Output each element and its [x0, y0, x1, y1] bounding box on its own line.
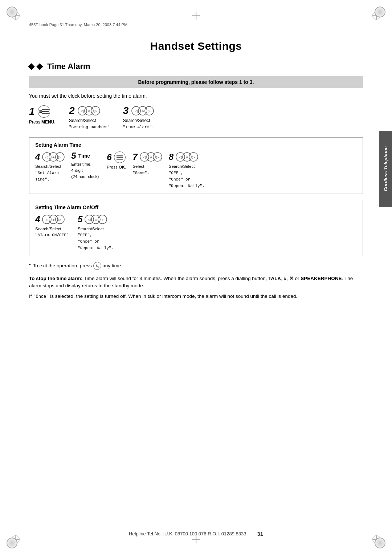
- svg-text:◁: ◁: [81, 109, 84, 113]
- footer-page-num: 31: [257, 531, 263, 537]
- alarm-step-8-icon: ◁ ⊕ ▷: [176, 151, 198, 162]
- side-tab: Cordless Telephone: [379, 131, 392, 207]
- menu-lines-icon: [42, 109, 49, 114]
- svg-rect-23: [117, 159, 123, 160]
- alarm-step-5-time-label: Time: [78, 153, 90, 159]
- alarm-step-6-num: 6: [107, 153, 111, 162]
- svg-text:◁: ◁: [135, 109, 138, 113]
- step-1-num: 1: [29, 106, 35, 117]
- alarm-step-6-desc: Press OK.: [107, 164, 126, 170]
- notice-box: Before programming, please follow steps …: [29, 76, 363, 88]
- onoff-step-5-num: 5: [78, 215, 82, 224]
- alarm-step-5-num: 5: [71, 151, 76, 160]
- nav-cluster-2-icon: ◁ ⊕ ▷: [78, 105, 100, 116]
- top-steps-row: 1 Press MENU. 2 ◁ ⊕: [29, 105, 363, 130]
- svg-rect-1: [42, 111, 49, 112]
- svg-text:⊕: ⊕: [150, 156, 152, 159]
- step-2: 2 ◁ ⊕ ▷ Search/Select "Setting Handset".: [69, 105, 112, 130]
- section-heading: Time Alarm: [47, 62, 90, 71]
- svg-text:⊕: ⊕: [95, 218, 97, 222]
- svg-text:⊕: ⊕: [87, 110, 90, 113]
- svg-rect-22: [117, 157, 123, 158]
- nav-cluster-3-icon: ◁ ⊕ ▷: [131, 105, 154, 116]
- alarm-step-8-desc: Search/Select "OFF", "Once" or "Repeat D…: [169, 163, 205, 189]
- alarm-step-7-num: 7: [132, 153, 137, 161]
- corner-deco-tr: [375, 7, 385, 17]
- corner-deco-br: [375, 538, 385, 548]
- step-1: 1 Press MENU.: [29, 105, 58, 125]
- step-3-label: Search/Select "Time Alarm".: [123, 118, 154, 130]
- svg-text:▷: ▷: [156, 155, 159, 159]
- intro-text: You must set the clock before setting th…: [29, 93, 363, 99]
- bold-paragraph: To stop the time alarm: Time alarm will …: [29, 275, 363, 290]
- menu-button-icon: [38, 105, 50, 118]
- onoff-step-4-desc: Search/Select "Alarm ON/OFF".: [35, 226, 71, 239]
- svg-text:▷: ▷: [192, 155, 195, 159]
- svg-text:◁: ◁: [88, 218, 91, 222]
- svg-text:▷: ▷: [101, 218, 104, 222]
- onoff-step-5-icon: ◁ ⊕ ▷: [85, 214, 107, 225]
- alarm-step-8: 8 ◁ ⊕ ▷ Search/Select "OFF", "Once" or "…: [169, 151, 205, 189]
- alarm-step-5: 5 Time Enter time. 4-digit (24 hour cloc…: [71, 151, 100, 179]
- onoff-step-5-desc: Search/Select "OFF", "Once" or "Repeat D…: [78, 226, 114, 251]
- footer: Helpline Tel.No. :U.K. 08700 100 076 R.O…: [0, 531, 392, 537]
- alarm-onoff-box: Setting Time Alarm On/Off 4 ◁ ⊕ ▷ Se: [29, 200, 363, 256]
- ok-button-icon: [114, 151, 126, 163]
- bullet-section: • To exit the operation, press any time.: [29, 262, 363, 270]
- svg-text:▷: ▷: [148, 109, 151, 113]
- section-title: Time Alarm: [29, 62, 363, 71]
- step-3-num: 3: [123, 106, 129, 116]
- onoff-step-4-icon: ◁ ⊕ ▷: [42, 214, 65, 225]
- corner-deco-tl: [7, 7, 17, 17]
- end-call-icon: [93, 262, 101, 270]
- alarm-step-4: 4 ◁ ⊕ ▷ Search/Select "Set Alarm Time".: [35, 151, 65, 183]
- nav-cluster-2: ◁ ⊕ ▷: [78, 105, 100, 116]
- diamond-icon-2: [36, 63, 43, 70]
- onoff-step-5: 5 ◁ ⊕ ▷ Search/Select "OFF", "Once" or "…: [78, 214, 114, 251]
- step-3: 3 ◁ ⊕ ▷ Search/Select "Time Alarm".: [123, 105, 154, 130]
- svg-text:⊕: ⊕: [186, 156, 188, 159]
- svg-rect-21: [117, 155, 123, 156]
- svg-text:⊕: ⊕: [142, 110, 144, 113]
- alarm-step-7-desc: Select "Save".: [132, 163, 149, 176]
- svg-rect-0: [42, 109, 49, 110]
- alarm-step-5-desc: Enter time. 4-digit (24 hour clock): [71, 161, 99, 179]
- alarm-step-6: 6 Press OK.: [107, 151, 126, 170]
- book-info: 455E.book Page 31 Thursday, March 20, 20…: [29, 23, 127, 27]
- alarm-onoff-steps: 4 ◁ ⊕ ▷ Search/Select "Alarm ON/OFF".: [35, 214, 357, 251]
- svg-text:⊕: ⊕: [52, 218, 55, 222]
- ok-menu-icon: [117, 155, 123, 160]
- svg-text:◁: ◁: [45, 155, 48, 159]
- alarm-time-title: Setting Alarm Time: [35, 142, 357, 148]
- side-tab-label: Cordless Telephone: [383, 146, 388, 191]
- bullet-text: To exit the operation, press any time.: [33, 262, 122, 270]
- alarm-onoff-title: Setting Time Alarm On/Off: [35, 204, 357, 210]
- phone-icon: [95, 264, 99, 268]
- alarm-time-box: Setting Alarm Time 4 ◁ ⊕ ▷ Search/Se: [29, 137, 363, 194]
- alarm-time-steps: 4 ◁ ⊕ ▷ Search/Select "Set Alarm Time".: [35, 151, 357, 189]
- alarm-step-8-num: 8: [169, 153, 173, 161]
- svg-text:▷: ▷: [58, 155, 61, 159]
- nav-cluster-3: ◁ ⊕ ▷: [131, 105, 154, 116]
- onoff-step-4-num: 4: [35, 215, 40, 224]
- alarm-step-4-icon: ◁ ⊕ ▷: [42, 151, 65, 162]
- onoff-step-4: 4 ◁ ⊕ ▷ Search/Select "Alarm ON/OFF".: [35, 214, 71, 239]
- diamond-icon-1: [28, 63, 34, 70]
- main-content: Time Alarm Before programming, please fo…: [29, 62, 363, 526]
- alarm-step-4-desc: Search/Select "Set Alarm Time".: [35, 163, 61, 183]
- normal-paragraph: If "Once" is selected, the setting is tu…: [29, 293, 363, 300]
- step-2-label: Search/Select "Setting Handset".: [69, 118, 112, 130]
- corner-deco-bl: [7, 538, 17, 548]
- svg-text:⊕: ⊕: [52, 156, 55, 159]
- reg-cross-tc: [192, 12, 200, 20]
- svg-text:▷: ▷: [94, 109, 97, 113]
- svg-text:◁: ◁: [179, 155, 182, 159]
- svg-text:◁: ◁: [45, 218, 48, 222]
- step-1-label: Press MENU.: [29, 119, 56, 125]
- svg-text:◁: ◁: [143, 155, 146, 159]
- alarm-step-4-num: 4: [35, 153, 40, 161]
- alarm-step-7: 7 ◁ ⊕ ▷ Select "Save".: [132, 151, 162, 176]
- svg-text:▷: ▷: [58, 218, 61, 222]
- footer-helpline: Helpline Tel.No. :U.K. 08700 100 076 R.O…: [129, 531, 246, 536]
- svg-rect-2: [42, 113, 49, 114]
